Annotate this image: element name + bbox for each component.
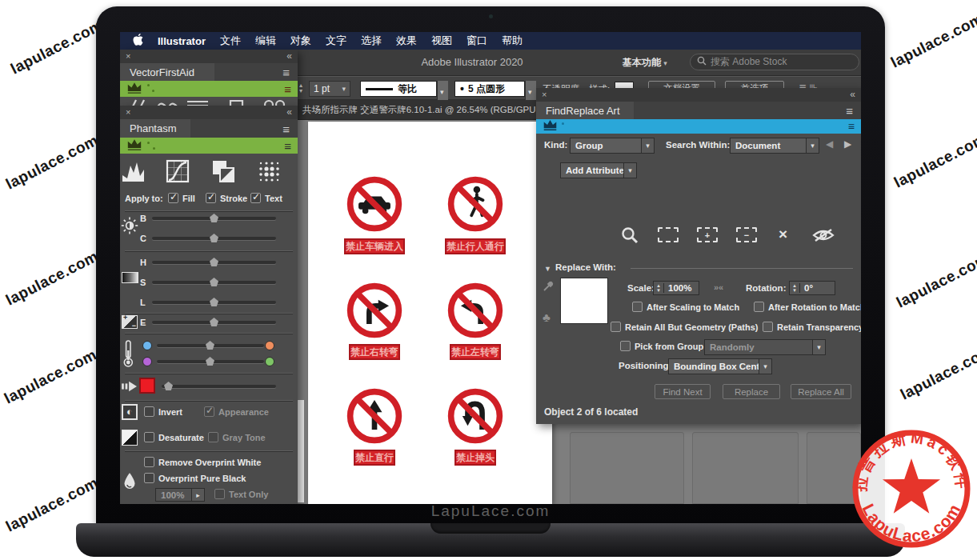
panel-menu-icon[interactable]: ≡ <box>282 122 290 136</box>
overprint-percent-field[interactable]: 100%▸ <box>155 488 205 502</box>
after-scaling-checkbox[interactable] <box>632 302 643 312</box>
slider-thumb[interactable] <box>210 234 218 242</box>
no-right-turn-sign-icon[interactable] <box>344 280 405 341</box>
stroke-weight-field[interactable]: 1 pt▾ <box>309 81 350 97</box>
find-previous-icon[interactable]: ◀ <box>826 138 833 150</box>
stepper-arrows-icon[interactable]: ▴▾ <box>790 283 800 293</box>
brush-definition-dropdown[interactable]: •5 点圆形 <box>454 81 525 97</box>
slider-thumb[interactable] <box>206 341 214 350</box>
shift-colors-icon[interactable] <box>210 158 236 187</box>
close-icon[interactable]: × <box>126 107 130 117</box>
no-straight-sign-icon[interactable] <box>344 386 405 446</box>
slider-thumb[interactable] <box>210 318 218 326</box>
menu-item-edit[interactable]: 编辑 <box>255 34 276 48</box>
retain-geometry-checkbox[interactable] <box>611 322 621 332</box>
select-marquee-icon[interactable] <box>658 227 679 242</box>
temperature-slider[interactable] <box>157 344 264 347</box>
tint-slider[interactable] <box>157 360 264 363</box>
no-left-turn-sign-icon[interactable] <box>445 280 506 341</box>
disclosure-triangle-icon[interactable]: ▼ <box>544 265 551 273</box>
tab-findreplace-art[interactable]: FindReplace Art <box>536 102 634 119</box>
text-only-checkbox[interactable] <box>214 489 225 499</box>
hide-eye-icon[interactable] <box>811 227 835 246</box>
panel-menu-icon[interactable]: ≡ <box>282 66 290 79</box>
brand-menu-icon[interactable]: ≡ <box>284 82 291 96</box>
exposure-slider[interactable] <box>152 321 276 324</box>
gray-tone-checkbox[interactable] <box>208 432 218 442</box>
levels-icon[interactable] <box>120 158 147 187</box>
search-within-dropdown[interactable]: Document▾ <box>730 138 819 154</box>
menu-item-window[interactable]: 窗口 <box>466 34 487 48</box>
menu-item-effect[interactable]: 效果 <box>396 34 417 48</box>
lightness-slider[interactable] <box>152 301 276 304</box>
menu-item-file[interactable]: 文件 <box>220 34 241 48</box>
slider-thumb[interactable] <box>210 278 218 286</box>
search-input[interactable]: 搜索 Adobe Stock <box>690 54 859 70</box>
shift-amount-slider[interactable] <box>162 385 276 388</box>
remove-overprint-white-checkbox[interactable] <box>144 457 154 467</box>
collapse-icon[interactable]: « <box>286 106 292 118</box>
no-u-turn-sign-icon[interactable] <box>445 386 506 446</box>
add-attribute-dropdown[interactable]: Add Attribute▾ <box>560 162 637 178</box>
replacement-swatch[interactable] <box>560 278 608 324</box>
workspace-switcher[interactable]: 基本功能 ▾ <box>623 56 667 70</box>
menu-item-type[interactable]: 文字 <box>326 34 346 48</box>
after-rotation-checkbox[interactable] <box>754 302 764 312</box>
halftone-icon[interactable] <box>256 158 282 187</box>
text-checkbox[interactable] <box>250 193 261 203</box>
stroke-profile-dropdown[interactable]: 等比 <box>360 81 437 97</box>
no-vehicles-sign-icon[interactable] <box>344 174 405 234</box>
brand-menu-icon[interactable]: ≡ <box>848 120 855 133</box>
replace-all-button[interactable]: Replace All <box>791 384 851 399</box>
close-icon[interactable]: × <box>126 51 130 61</box>
curves-icon[interactable] <box>165 158 190 187</box>
replace-button[interactable]: Replace <box>723 384 780 399</box>
stepper-arrow-icon[interactable]: ▸ <box>191 489 204 501</box>
close-icon[interactable]: × <box>542 90 547 99</box>
slider-thumb[interactable] <box>210 298 218 306</box>
apple-icon[interactable] <box>133 34 143 48</box>
panel-menu-icon[interactable]: ≡ <box>846 104 853 118</box>
slider-thumb[interactable] <box>206 357 214 366</box>
tab-phantasm[interactable]: Phantasm <box>120 119 190 138</box>
pick-from-group-checkbox[interactable] <box>620 341 631 351</box>
eyedropper-icon[interactable] <box>543 280 555 295</box>
kind-dropdown[interactable]: Group▾ <box>570 138 655 154</box>
stroke-weight-stepper[interactable]: ▴▾ <box>299 82 302 94</box>
positioning-dropdown[interactable]: Bounding Box Center▾ <box>668 358 772 374</box>
subtract-from-selection-icon[interactable]: − <box>736 227 757 242</box>
invert-checkbox[interactable] <box>144 406 154 417</box>
club-icon[interactable]: ♣ <box>543 310 551 324</box>
collapse-icon[interactable]: « <box>286 50 292 62</box>
tab-vectorfirstaid[interactable]: VectorFirstAid <box>120 63 214 81</box>
saturation-slider[interactable] <box>152 281 276 284</box>
brightness-slider[interactable] <box>152 217 276 220</box>
pick-mode-dropdown[interactable]: Randomly▾ <box>704 339 826 355</box>
slider-thumb[interactable] <box>210 258 218 266</box>
menu-item-view[interactable]: 视图 <box>431 34 452 48</box>
desaturate-checkbox[interactable] <box>144 432 154 442</box>
find-next-button[interactable]: Find Next <box>655 384 711 399</box>
hue-slider[interactable] <box>152 261 276 264</box>
find-next-icon[interactable]: ▶ <box>844 138 851 150</box>
brand-menu-icon[interactable]: ≡ <box>284 139 291 153</box>
link-icon[interactable]: »« <box>714 282 723 292</box>
find-zoom-icon[interactable] <box>620 226 639 248</box>
clear-icon[interactable]: × <box>779 226 787 243</box>
contrast-slider[interactable] <box>152 237 276 240</box>
scale-stepper[interactable]: ▴▾100% <box>653 281 699 295</box>
slider-thumb[interactable] <box>210 214 218 222</box>
menu-item-app[interactable]: Illustrator <box>158 35 206 47</box>
menu-item-object[interactable]: 对象 <box>290 34 311 48</box>
no-pedestrians-sign-icon[interactable] <box>445 174 506 234</box>
stepper-arrows-icon[interactable]: ▴▾ <box>654 283 664 293</box>
shift-color-swatch[interactable] <box>139 378 155 394</box>
retain-transparency-checkbox[interactable] <box>763 322 773 332</box>
add-to-selection-icon[interactable]: + <box>697 227 718 242</box>
menu-item-help[interactable]: 帮助 <box>502 34 523 48</box>
menu-item-select[interactable]: 选择 <box>361 34 382 48</box>
appearance-checkbox[interactable] <box>204 406 214 417</box>
slider-thumb[interactable] <box>164 382 173 390</box>
fill-checkbox[interactable] <box>168 193 178 203</box>
stroke-checkbox[interactable] <box>206 193 216 203</box>
